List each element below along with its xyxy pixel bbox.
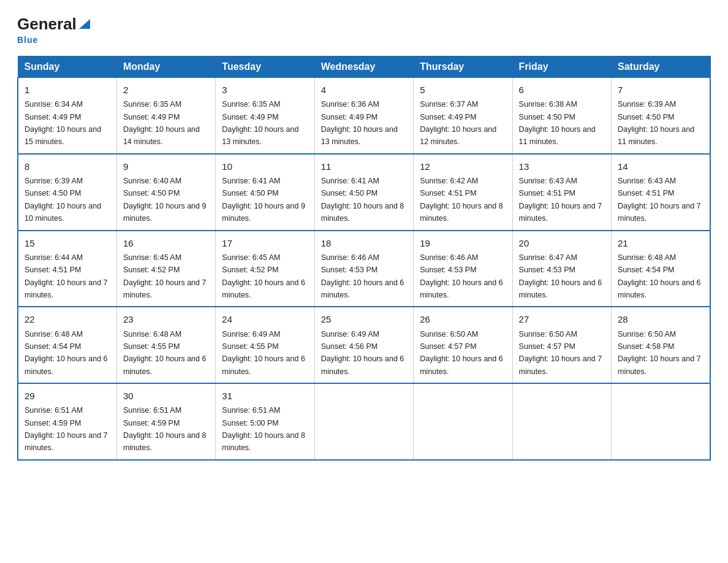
calendar-cell: 23Sunrise: 6:48 AMSunset: 4:55 PMDayligh… — [116, 307, 215, 383]
logo: General Blue — [17, 15, 91, 45]
sunset: Sunset: 4:57 PM — [519, 342, 575, 351]
sunrise: Sunrise: 6:41 AM — [222, 177, 280, 185]
sunset: Sunset: 4:54 PM — [25, 342, 81, 351]
day-number: 31 — [222, 389, 308, 403]
calendar-cell: 2Sunrise: 6:35 AMSunset: 4:49 PMDaylight… — [116, 78, 215, 154]
sunset: Sunset: 4:50 PM — [618, 113, 674, 121]
daylight: Daylight: 10 hours and 6 minutes. — [123, 354, 207, 375]
day-number: 20 — [519, 236, 605, 250]
daylight: Daylight: 10 hours and 7 minutes. — [519, 354, 602, 375]
calendar-week-3: 15Sunrise: 6:44 AMSunset: 4:51 PMDayligh… — [18, 231, 710, 307]
calendar-cell: 10Sunrise: 6:41 AMSunset: 4:50 PMDayligh… — [216, 154, 314, 231]
sunrise: Sunrise: 6:47 AM — [519, 253, 577, 262]
calendar-cell: 28Sunrise: 6:50 AMSunset: 4:58 PMDayligh… — [612, 307, 710, 383]
calendar-cell — [414, 383, 512, 460]
sunrise: Sunrise: 6:43 AM — [519, 177, 577, 185]
sunrise: Sunrise: 6:46 AM — [420, 253, 478, 262]
weekday-header-thursday: Thursday — [414, 56, 512, 78]
daylight: Daylight: 10 hours and 7 minutes. — [618, 202, 701, 223]
sunset: Sunset: 5:00 PM — [222, 419, 278, 427]
weekday-header-sunday: Sunday — [18, 56, 116, 78]
daylight: Daylight: 10 hours and 8 minutes. — [222, 431, 305, 452]
sunset: Sunset: 4:55 PM — [222, 342, 278, 351]
calendar-cell: 30Sunrise: 6:51 AMSunset: 4:59 PMDayligh… — [116, 383, 215, 460]
calendar-cell: 17Sunrise: 6:45 AMSunset: 4:52 PMDayligh… — [216, 231, 314, 307]
daylight: Daylight: 10 hours and 8 minutes. — [321, 202, 404, 223]
calendar-cell: 8Sunrise: 6:39 AMSunset: 4:50 PMDaylight… — [18, 154, 116, 231]
sunrise: Sunrise: 6:36 AM — [321, 100, 379, 109]
sunrise: Sunrise: 6:39 AM — [618, 100, 676, 109]
logo-blue: Blue — [17, 35, 38, 45]
weekday-header-monday: Monday — [116, 56, 215, 78]
sunset: Sunset: 4:54 PM — [618, 266, 674, 274]
day-number: 17 — [222, 236, 308, 250]
daylight: Daylight: 10 hours and 9 minutes. — [222, 202, 305, 223]
calendar-cell: 4Sunrise: 6:36 AMSunset: 4:49 PMDaylight… — [314, 78, 413, 154]
day-number: 18 — [321, 236, 407, 250]
day-number: 7 — [618, 83, 703, 97]
day-number: 10 — [222, 159, 308, 174]
sunset: Sunset: 4:50 PM — [222, 189, 278, 197]
calendar-cell: 5Sunrise: 6:37 AMSunset: 4:49 PMDaylight… — [414, 78, 512, 154]
sunset: Sunset: 4:50 PM — [123, 189, 180, 197]
daylight: Daylight: 10 hours and 13 minutes. — [321, 125, 398, 146]
sunrise: Sunrise: 6:51 AM — [25, 406, 83, 415]
day-number: 3 — [222, 83, 308, 97]
daylight: Daylight: 10 hours and 12 minutes. — [420, 125, 496, 146]
calendar-cell: 31Sunrise: 6:51 AMSunset: 5:00 PMDayligh… — [216, 383, 314, 460]
day-number: 29 — [25, 389, 110, 403]
calendar-cell: 6Sunrise: 6:38 AMSunset: 4:50 PMDaylight… — [512, 78, 611, 154]
calendar-cell: 12Sunrise: 6:42 AMSunset: 4:51 PMDayligh… — [414, 154, 512, 231]
sunrise: Sunrise: 6:44 AM — [25, 253, 83, 262]
sunrise: Sunrise: 6:51 AM — [222, 406, 280, 415]
sunrise: Sunrise: 6:46 AM — [321, 253, 379, 262]
day-number: 12 — [420, 159, 506, 174]
calendar-week-2: 8Sunrise: 6:39 AMSunset: 4:50 PMDaylight… — [18, 154, 710, 231]
day-number: 5 — [420, 83, 506, 97]
sunrise: Sunrise: 6:50 AM — [519, 330, 577, 339]
sunrise: Sunrise: 6:38 AM — [519, 100, 577, 109]
calendar-cell: 11Sunrise: 6:41 AMSunset: 4:50 PMDayligh… — [314, 154, 413, 231]
calendar-cell: 24Sunrise: 6:49 AMSunset: 4:55 PMDayligh… — [216, 307, 314, 383]
daylight: Daylight: 10 hours and 6 minutes. — [222, 278, 305, 299]
day-number: 2 — [123, 83, 209, 97]
calendar-cell: 20Sunrise: 6:47 AMSunset: 4:53 PMDayligh… — [512, 231, 611, 307]
sunrise: Sunrise: 6:49 AM — [321, 330, 379, 339]
sunset: Sunset: 4:52 PM — [222, 266, 278, 274]
daylight: Daylight: 10 hours and 13 minutes. — [222, 125, 298, 146]
sunset: Sunset: 4:49 PM — [25, 113, 81, 121]
daylight: Daylight: 10 hours and 10 minutes. — [25, 202, 101, 223]
sunset: Sunset: 4:49 PM — [222, 113, 278, 121]
calendar-cell: 15Sunrise: 6:44 AMSunset: 4:51 PMDayligh… — [18, 231, 116, 307]
sunset: Sunset: 4:52 PM — [123, 266, 180, 274]
weekday-header-friday: Friday — [512, 56, 611, 78]
sunrise: Sunrise: 6:39 AM — [25, 177, 83, 185]
sunrise: Sunrise: 6:37 AM — [420, 100, 478, 109]
calendar-cell — [512, 383, 611, 460]
sunset: Sunset: 4:51 PM — [420, 189, 476, 197]
daylight: Daylight: 10 hours and 7 minutes. — [123, 278, 207, 299]
sunrise: Sunrise: 6:35 AM — [222, 100, 280, 109]
logo-triangle-icon — [78, 17, 91, 30]
sunset: Sunset: 4:56 PM — [321, 342, 377, 351]
sunrise: Sunrise: 6:45 AM — [222, 253, 280, 262]
calendar-week-4: 22Sunrise: 6:48 AMSunset: 4:54 PMDayligh… — [18, 307, 710, 383]
daylight: Daylight: 10 hours and 6 minutes. — [321, 278, 404, 299]
calendar-cell: 25Sunrise: 6:49 AMSunset: 4:56 PMDayligh… — [314, 307, 413, 383]
daylight: Daylight: 10 hours and 8 minutes. — [123, 431, 207, 452]
calendar-week-1: 1Sunrise: 6:34 AMSunset: 4:49 PMDaylight… — [18, 78, 710, 154]
daylight: Daylight: 10 hours and 7 minutes. — [25, 278, 108, 299]
day-number: 21 — [618, 236, 703, 250]
daylight: Daylight: 10 hours and 6 minutes. — [222, 354, 305, 375]
daylight: Daylight: 10 hours and 14 minutes. — [123, 125, 200, 146]
sunset: Sunset: 4:49 PM — [420, 113, 476, 121]
sunrise: Sunrise: 6:40 AM — [123, 177, 181, 185]
sunrise: Sunrise: 6:41 AM — [321, 177, 379, 185]
calendar-cell: 19Sunrise: 6:46 AMSunset: 4:53 PMDayligh… — [414, 231, 512, 307]
sunset: Sunset: 4:53 PM — [420, 266, 476, 274]
header: General Blue — [17, 15, 711, 45]
sunrise: Sunrise: 6:43 AM — [618, 177, 676, 185]
daylight: Daylight: 10 hours and 8 minutes. — [420, 202, 503, 223]
day-number: 13 — [519, 159, 605, 174]
sunset: Sunset: 4:59 PM — [123, 419, 180, 427]
